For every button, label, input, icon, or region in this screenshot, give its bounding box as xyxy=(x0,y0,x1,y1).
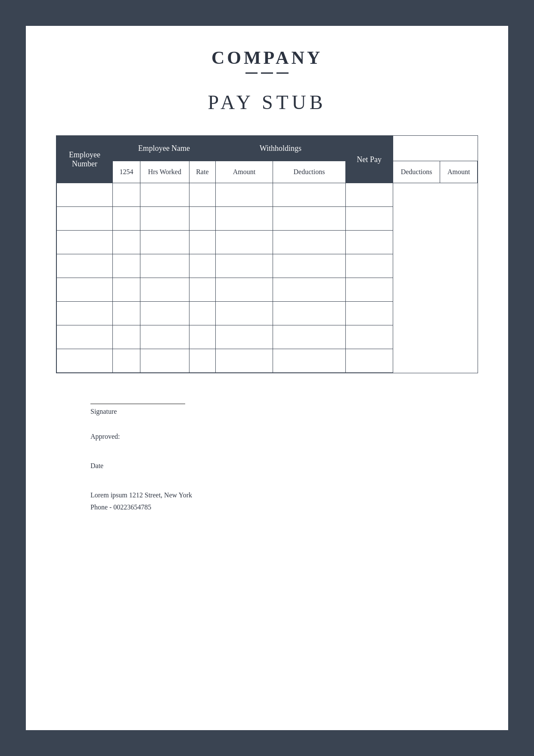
cell xyxy=(273,254,346,278)
cell xyxy=(189,325,215,349)
table-container: Employee Number Employee Name Withholdin… xyxy=(56,135,478,373)
cell xyxy=(273,278,346,302)
cell xyxy=(273,349,346,373)
signature-section: Signature Approved: Date Lorem ipsum 121… xyxy=(56,403,478,511)
col-subheader-hrs-worked: Hrs Worked xyxy=(140,161,189,183)
cell xyxy=(189,278,215,302)
table-row xyxy=(57,278,478,302)
cell xyxy=(57,207,113,231)
header-row-2: 1254 Hrs Worked Rate Amount Deductions D… xyxy=(57,161,478,183)
col-subheader-amount2: Amount xyxy=(440,161,478,183)
cell xyxy=(57,278,113,302)
cell xyxy=(189,207,215,231)
cell xyxy=(215,278,273,302)
table-row xyxy=(57,254,478,278)
subtitle-dash-2 xyxy=(261,72,273,74)
cell xyxy=(57,325,113,349)
cell xyxy=(345,254,393,278)
cell xyxy=(140,231,189,254)
cell xyxy=(140,183,189,207)
cell xyxy=(57,254,113,278)
col-subheader-deductions2: Deductions xyxy=(393,161,440,183)
col-header-employee-name: Employee Name xyxy=(113,136,216,161)
col-header-net-pay: Net Pay xyxy=(345,136,393,183)
col-subheader-amount: Amount xyxy=(215,161,273,183)
table-row xyxy=(57,231,478,254)
cell xyxy=(113,231,140,254)
col-header-employee-number: Employee Number xyxy=(57,136,113,183)
col-subheader-deductions1: Deductions xyxy=(273,161,346,183)
pay-stub-title: PAY STUB xyxy=(56,91,478,114)
header-row-1: Employee Number Employee Name Withholdin… xyxy=(57,136,478,161)
date-label: Date xyxy=(90,462,478,470)
col-subheader-employee-number: 1254 xyxy=(113,161,140,183)
subtitle-dash-1 xyxy=(245,72,258,74)
cell xyxy=(273,231,346,254)
company-subtitle xyxy=(56,71,478,74)
cell xyxy=(345,231,393,254)
table-row xyxy=(57,207,478,231)
table-row xyxy=(57,302,478,325)
table-row xyxy=(57,349,478,373)
cell xyxy=(273,207,346,231)
cell xyxy=(57,183,113,207)
company-name: COMPANY xyxy=(56,47,478,68)
cell xyxy=(189,231,215,254)
cell xyxy=(113,254,140,278)
address-text: Lorem ipsum 1212 Street, New York xyxy=(90,491,478,499)
cell xyxy=(345,183,393,207)
cell xyxy=(345,302,393,325)
cell xyxy=(140,302,189,325)
cell xyxy=(345,278,393,302)
cell xyxy=(140,254,189,278)
signature-line xyxy=(90,403,185,404)
cell xyxy=(113,325,140,349)
cell xyxy=(113,207,140,231)
cell xyxy=(215,207,273,231)
col-subheader-rate: Rate xyxy=(189,161,215,183)
cell xyxy=(215,349,273,373)
cell xyxy=(57,231,113,254)
table-row xyxy=(57,325,478,349)
cell xyxy=(113,302,140,325)
cell xyxy=(345,207,393,231)
cell xyxy=(189,254,215,278)
table-body xyxy=(57,183,478,373)
col-header-withholdings: Withholdings xyxy=(215,136,345,161)
cell xyxy=(215,302,273,325)
table-row xyxy=(57,183,478,207)
cell xyxy=(113,183,140,207)
signature-label: Signature xyxy=(90,408,478,415)
cell xyxy=(215,325,273,349)
cell xyxy=(273,325,346,349)
cell xyxy=(215,254,273,278)
cell xyxy=(57,349,113,373)
cell xyxy=(215,231,273,254)
cell xyxy=(273,302,346,325)
phone-text: Phone - 00223654785 xyxy=(90,503,478,511)
cell xyxy=(345,349,393,373)
company-header: COMPANY xyxy=(56,47,478,74)
page-wrapper: COMPANY PAY STUB Employee Number Employe… xyxy=(26,26,508,730)
cell xyxy=(140,278,189,302)
cell xyxy=(140,349,189,373)
cell xyxy=(140,325,189,349)
address-section: Lorem ipsum 1212 Street, New York Phone … xyxy=(90,491,478,511)
cell xyxy=(189,302,215,325)
cell xyxy=(215,183,273,207)
cell xyxy=(189,349,215,373)
approved-label: Approved: xyxy=(90,433,478,440)
cell xyxy=(113,278,140,302)
cell xyxy=(140,207,189,231)
subtitle-dash-3 xyxy=(276,72,289,74)
pay-stub-table: Employee Number Employee Name Withholdin… xyxy=(56,136,478,373)
cell xyxy=(113,349,140,373)
cell xyxy=(189,183,215,207)
cell xyxy=(273,183,346,207)
cell xyxy=(345,325,393,349)
cell xyxy=(57,302,113,325)
